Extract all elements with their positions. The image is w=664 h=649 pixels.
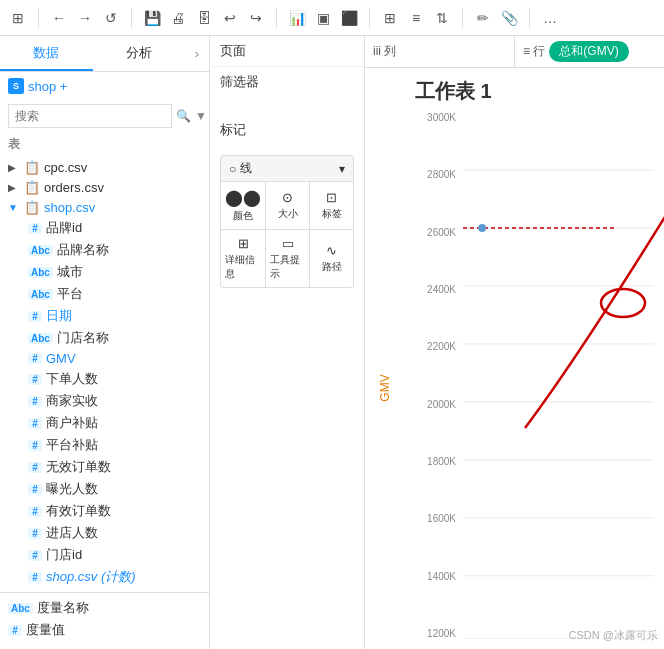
field-exposure[interactable]: # 曝光人数: [0, 478, 209, 500]
field-platform-subsidy[interactable]: # 平台补贴: [0, 434, 209, 456]
redo-icon[interactable]: ↪: [246, 8, 266, 28]
field-name-platform: 平台: [57, 285, 83, 303]
field-name-store-name: 门店名称: [57, 329, 109, 347]
field-store-name[interactable]: Abc 门店名称: [0, 327, 209, 349]
field-badge-city: Abc: [28, 267, 53, 278]
path-label: 路径: [322, 260, 342, 274]
y-tick-1400k: 1400K: [427, 571, 456, 582]
field-badge-exposure: #: [28, 484, 42, 495]
filter-section: 筛选器 标记: [210, 67, 364, 149]
field-name-gmv: GMV: [46, 351, 76, 366]
label-label: 标签: [322, 207, 342, 221]
table-item-orders[interactable]: ▶ 📋 orders.csv: [0, 177, 209, 197]
field-name-order-people: 下单人数: [46, 370, 98, 388]
field-pinpai-name[interactable]: Abc 品牌名称: [0, 239, 209, 261]
field-badge-measure-value: #: [8, 625, 22, 636]
marks-card: ○ 线 ▾ ⬤⬤ 颜色 ⊙ 大小 ⊡ 标签 ⊞ 详细信: [220, 155, 354, 288]
gmv-pill[interactable]: 总和(GMV): [549, 41, 628, 62]
marks-tooltip-btn[interactable]: ▭ 工具提示: [266, 230, 309, 287]
section-table-label: 表: [0, 132, 209, 157]
marks-color-btn[interactable]: ⬤⬤ 颜色: [221, 182, 265, 229]
search-icon: 🔍: [176, 109, 191, 123]
filter-icon[interactable]: ▼: [195, 109, 207, 123]
field-visitors[interactable]: # 进店人数: [0, 522, 209, 544]
color-label: 颜色: [233, 209, 253, 223]
field-shop-count[interactable]: # shop.csv (计数): [0, 566, 209, 588]
label-icon: ⊡: [326, 190, 337, 205]
field-invalid-orders[interactable]: # 无效订单数: [0, 456, 209, 478]
field-name-measure-value: 度量值: [26, 621, 65, 639]
middle-panel: 页面 筛选器 标记 ○ 线 ▾ ⬤⬤ 颜色 ⊙ 大小 ⊡: [210, 36, 365, 649]
left-panel: 数据 分析 › S shop + 🔍 ▼ ≡ 表 ▶ 📋 cpc.csv ▶: [0, 36, 210, 649]
clip-icon[interactable]: 📎: [499, 8, 519, 28]
field-badge-measure-name: Abc: [8, 603, 33, 614]
print-icon[interactable]: 🖨: [168, 8, 188, 28]
y-tick-1600k: 1600K: [427, 513, 456, 524]
chart-container: 3000K 2800K 2600K 2400K 2200K 2000K 1800…: [415, 112, 654, 639]
row-label: ≡ 行: [523, 43, 545, 60]
chart3-icon[interactable]: ⬛: [339, 8, 359, 28]
tab-analysis[interactable]: 分析: [93, 36, 186, 71]
marks-dropdown-icon[interactable]: ▾: [339, 162, 345, 176]
marks-size-btn[interactable]: ⊙ 大小: [266, 182, 309, 229]
database-icon[interactable]: 🗄: [194, 8, 214, 28]
table-icon-shop: 📋: [24, 199, 40, 215]
field-platform[interactable]: Abc 平台: [0, 283, 209, 305]
field-badge-merchant-subsidy: #: [28, 418, 42, 429]
pen-icon[interactable]: ✏: [473, 8, 493, 28]
tab-data[interactable]: 数据: [0, 36, 93, 71]
field-date[interactable]: # 日期: [0, 305, 209, 327]
table-item-shop[interactable]: ▼ 📋 shop.csv: [0, 197, 209, 217]
collapse-arrow[interactable]: ›: [185, 36, 209, 71]
color-icon: ⬤⬤: [225, 188, 261, 207]
marks-label-btn[interactable]: ⊡ 标签: [310, 182, 353, 229]
save-icon[interactable]: 💾: [142, 8, 162, 28]
field-order-people[interactable]: # 下单人数: [0, 368, 209, 390]
y-tick-1800k: 1800K: [427, 456, 456, 467]
y-tick-2600k: 2600K: [427, 227, 456, 238]
search-input[interactable]: [8, 104, 172, 128]
chart-area: 工作表 1 GMV 3000K 2800K 2600K 2400K 2200K …: [365, 68, 664, 649]
field-merchant-recv[interactable]: # 商家实收: [0, 390, 209, 412]
y-tick-2400k: 2400K: [427, 284, 456, 295]
search-row: 🔍 ▼ ≡: [0, 100, 209, 132]
left-tabs: 数据 分析 ›: [0, 36, 209, 72]
field-pinpai-id[interactable]: # 品牌id: [0, 217, 209, 239]
field-city[interactable]: Abc 城市: [0, 261, 209, 283]
marks-type-icon: ○: [229, 162, 236, 176]
field-name-platform-subsidy: 平台补贴: [46, 436, 98, 454]
field-measure-value[interactable]: # 度量值: [0, 619, 209, 641]
more-icon[interactable]: …: [540, 8, 560, 28]
refresh-icon[interactable]: ↺: [101, 8, 121, 28]
chart1-icon[interactable]: 📊: [287, 8, 307, 28]
field-merchant-subsidy[interactable]: # 商户补贴: [0, 412, 209, 434]
grid-icon[interactable]: ⊞: [8, 8, 28, 28]
back-icon[interactable]: ←: [49, 8, 69, 28]
y-tick-2800k: 2800K: [427, 169, 456, 180]
table-name-shop: shop.csv: [44, 200, 95, 215]
table-item-cpc[interactable]: ▶ 📋 cpc.csv: [0, 157, 209, 177]
field-store-id[interactable]: # 门店id: [0, 544, 209, 566]
align-icon[interactable]: ≡: [406, 8, 426, 28]
main-layout: 数据 分析 › S shop + 🔍 ▼ ≡ 表 ▶ 📋 cpc.csv ▶: [0, 36, 664, 649]
table-icon[interactable]: ⊞: [380, 8, 400, 28]
row-area: ≡ 行 总和(GMV): [515, 36, 664, 67]
forward-icon[interactable]: →: [75, 8, 95, 28]
sep1: [38, 8, 39, 28]
datasource-row[interactable]: S shop +: [0, 72, 209, 100]
marks-path-btn[interactable]: ∿ 路径: [310, 230, 353, 287]
field-gmv[interactable]: # GMV: [0, 349, 209, 368]
field-measure-name[interactable]: Abc 度量名称: [0, 597, 209, 619]
chart2-icon[interactable]: ▣: [313, 8, 333, 28]
undo-icon[interactable]: ↩: [220, 8, 240, 28]
tooltip-label: 工具提示: [270, 253, 305, 281]
sort-icon[interactable]: ⇅: [432, 8, 452, 28]
y-tick-2200k: 2200K: [427, 341, 456, 352]
field-badge-pinpai-id: #: [28, 223, 42, 234]
field-valid-orders[interactable]: # 有效订单数: [0, 500, 209, 522]
datasource-name: shop +: [28, 79, 67, 94]
col-area: iii 列: [365, 36, 515, 67]
field-badge-invalid-orders: #: [28, 462, 42, 473]
marks-detail-btn[interactable]: ⊞ 详细信息: [221, 230, 265, 287]
field-badge-pinpai-name: Abc: [28, 245, 53, 256]
